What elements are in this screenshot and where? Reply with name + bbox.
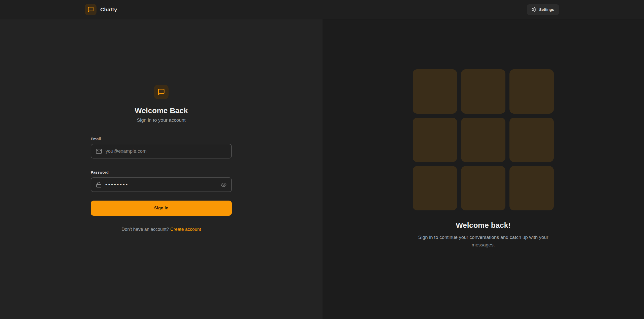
- promo-subtitle: Sign in to continue your conversations a…: [411, 234, 556, 249]
- promo-title: Welcome back!: [456, 221, 511, 230]
- login-pane: Welcome Back Sign in to your account Ema…: [0, 19, 323, 319]
- lock-icon: [96, 182, 102, 188]
- signup-footer-text: Don't have an account?: [121, 227, 169, 232]
- create-account-link[interactable]: Create account: [170, 227, 201, 232]
- password-group: Password: [91, 170, 232, 192]
- settings-label: Settings: [539, 7, 554, 12]
- email-input[interactable]: [106, 148, 227, 154]
- gear-icon: [532, 7, 537, 12]
- eye-icon: [220, 182, 227, 188]
- decorative-tile: [461, 118, 505, 162]
- decorative-tile: [509, 166, 554, 210]
- mail-icon: [96, 148, 102, 154]
- decorative-tile: [509, 118, 554, 162]
- decorative-tile: [461, 166, 505, 210]
- signup-footer: Don't have an account? Create account: [91, 227, 232, 232]
- password-field-wrapper: [91, 177, 232, 192]
- show-password-button[interactable]: [220, 182, 227, 188]
- app-window: Chatty Settings Welcome Back Sign in: [0, 0, 644, 319]
- login-subtitle: Sign in to your account: [91, 117, 232, 123]
- login-card: Welcome Back Sign in to your account Ema…: [91, 85, 232, 232]
- chat-bubble-logo-icon: [85, 4, 96, 15]
- settings-button[interactable]: Settings: [527, 4, 559, 15]
- email-label: Email: [91, 137, 232, 141]
- decorative-tile: [461, 69, 505, 114]
- main-content: Welcome Back Sign in to your account Ema…: [0, 19, 644, 319]
- top-bar: Chatty Settings: [0, 0, 644, 19]
- decorative-tile: [413, 166, 457, 210]
- decorative-tile: [413, 118, 457, 162]
- decorative-tile: [509, 69, 554, 114]
- brand[interactable]: Chatty: [85, 4, 117, 15]
- brand-name: Chatty: [100, 7, 117, 13]
- email-field-wrapper: [91, 144, 232, 158]
- chat-bubble-form-icon: [154, 85, 169, 99]
- login-title: Welcome Back: [91, 106, 232, 115]
- promo-pane: Welcome back! Sign in to continue your c…: [323, 19, 644, 319]
- password-input[interactable]: [105, 182, 217, 187]
- password-label: Password: [91, 170, 232, 174]
- sign-in-button[interactable]: Sign in: [91, 201, 232, 216]
- decorative-tile-grid: [413, 69, 554, 210]
- decorative-tile: [413, 69, 457, 114]
- email-group: Email: [91, 137, 232, 158]
- promo-content: Welcome back! Sign in to continue your c…: [323, 19, 644, 249]
